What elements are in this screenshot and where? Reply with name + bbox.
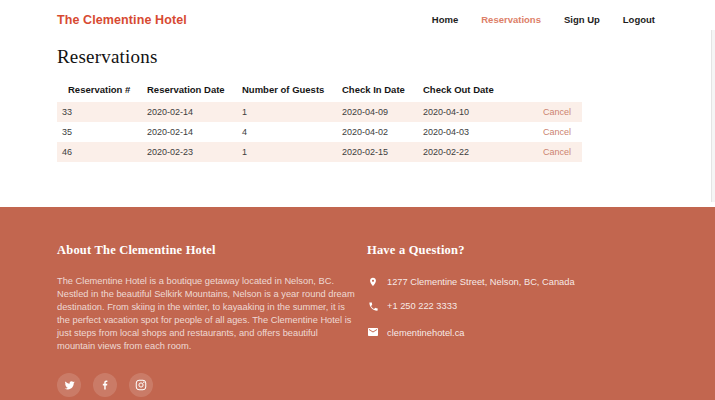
cell-reservation-date: 2020-02-14 [147, 122, 242, 142]
cell-reservation-number: 33 [57, 102, 147, 122]
contact-phone-row: +1 250 222 3333 [367, 300, 658, 312]
reservations-table: Reservation # Reservation Date Number of… [57, 78, 582, 162]
cell-cancel: Cancel [510, 122, 582, 142]
cell-cancel: Cancel [510, 142, 582, 162]
table-header-row: Reservation # Reservation Date Number of… [57, 78, 582, 102]
cancel-link[interactable]: Cancel [543, 127, 571, 137]
phone-text: +1 250 222 3333 [387, 301, 457, 311]
header: The Clementine Hotel Home Reservations S… [0, 0, 715, 30]
cell-check-in: 2020-02-15 [342, 142, 423, 162]
main-content: Reservations Reservation # Reservation D… [0, 46, 715, 162]
contact-address-row: 1277 Clementine Street, Nelson, BC, Cana… [367, 276, 658, 288]
col-header-reservation-number: Reservation # [57, 78, 147, 102]
cell-reservation-date: 2020-02-23 [147, 142, 242, 162]
address-text: 1277 Clementine Street, Nelson, BC, Cana… [387, 277, 575, 287]
main-nav: Home Reservations Sign Up Logout [432, 14, 655, 25]
page-title: Reservations [57, 46, 715, 68]
col-header-actions [510, 78, 582, 102]
footer-contact-column: Have a Question? 1277 Clementine Street,… [367, 243, 658, 400]
cancel-link[interactable]: Cancel [543, 147, 571, 157]
table-row: 33 2020-02-14 1 2020-04-09 2020-04-10 Ca… [57, 102, 582, 122]
cell-check-out: 2020-02-22 [423, 142, 510, 162]
location-pin-icon [367, 276, 379, 288]
nav-sign-up[interactable]: Sign Up [564, 14, 600, 25]
scrollbar[interactable] [711, 30, 715, 202]
nav-home[interactable]: Home [432, 14, 458, 25]
col-header-check-out-date: Check Out Date [423, 78, 510, 102]
col-header-check-in-date: Check In Date [342, 78, 423, 102]
contact-list: 1277 Clementine Street, Nelson, BC, Cana… [367, 276, 658, 339]
footer-contact-title: Have a Question? [367, 243, 658, 258]
col-header-reservation-date: Reservation Date [147, 78, 242, 102]
footer: About The Clementine Hotel The Clementin… [0, 207, 715, 400]
cancel-link[interactable]: Cancel [543, 107, 571, 117]
contact-email-row: clementinehotel.ca [367, 327, 658, 339]
cell-reservation-date: 2020-02-14 [147, 102, 242, 122]
nav-reservations[interactable]: Reservations [481, 14, 541, 25]
cell-check-out: 2020-04-10 [423, 102, 510, 122]
brand-logo[interactable]: The Clementine Hotel [57, 13, 187, 27]
facebook-icon[interactable] [93, 373, 117, 397]
cell-guests: 1 [242, 102, 342, 122]
cell-guests: 4 [242, 122, 342, 142]
cell-check-in: 2020-04-09 [342, 102, 423, 122]
footer-about-column: About The Clementine Hotel The Clementin… [57, 243, 355, 400]
footer-about-text: The Clementine Hotel is a boutique getaw… [57, 275, 355, 353]
table-row: 46 2020-02-23 1 2020-02-15 2020-02-22 Ca… [57, 142, 582, 162]
email-link[interactable]: clementinehotel.ca [387, 328, 465, 338]
social-links [57, 373, 355, 397]
col-header-number-of-guests: Number of Guests [242, 78, 342, 102]
cell-check-in: 2020-04-02 [342, 122, 423, 142]
envelope-icon [367, 327, 379, 339]
cell-reservation-number: 35 [57, 122, 147, 142]
cell-reservation-number: 46 [57, 142, 147, 162]
table-row: 35 2020-02-14 4 2020-04-02 2020-04-03 Ca… [57, 122, 582, 142]
cell-check-out: 2020-04-03 [423, 122, 510, 142]
cell-cancel: Cancel [510, 102, 582, 122]
footer-about-title: About The Clementine Hotel [57, 243, 355, 258]
nav-logout[interactable]: Logout [623, 14, 655, 25]
instagram-icon[interactable] [129, 373, 153, 397]
cell-guests: 1 [242, 142, 342, 162]
twitter-icon[interactable] [57, 373, 81, 397]
phone-icon [367, 300, 379, 312]
